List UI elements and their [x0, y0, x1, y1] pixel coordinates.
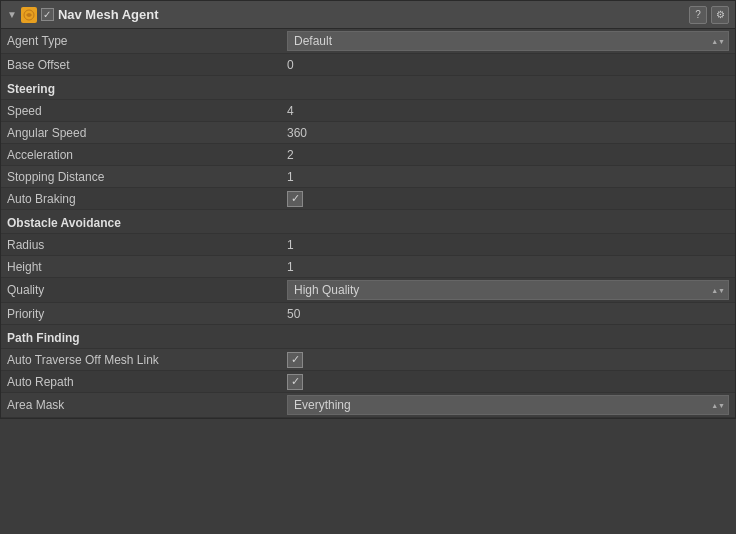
- settings-button[interactable]: ⚙: [711, 6, 729, 24]
- priority-label: Priority: [7, 307, 287, 321]
- angular-speed-row: Angular Speed 360: [1, 122, 735, 144]
- stopping-distance-value[interactable]: 1: [287, 170, 729, 184]
- radius-label: Radius: [7, 238, 287, 252]
- agent-type-label: Agent Type: [7, 34, 287, 48]
- agent-type-row: Agent Type Default: [1, 29, 735, 54]
- speed-label: Speed: [7, 104, 287, 118]
- auto-braking-row: Auto Braking: [1, 188, 735, 210]
- quality-dropdown-wrapper: High Quality Low Quality Medium Quality …: [287, 280, 729, 300]
- height-value[interactable]: 1: [287, 260, 729, 274]
- angular-speed-label: Angular Speed: [7, 126, 287, 140]
- acceleration-label: Acceleration: [7, 148, 287, 162]
- quality-label: Quality: [7, 283, 287, 297]
- speed-row: Speed 4: [1, 100, 735, 122]
- auto-braking-label: Auto Braking: [7, 192, 287, 206]
- auto-repath-value: [287, 374, 729, 390]
- component-icon: [21, 7, 37, 23]
- auto-repath-label: Auto Repath: [7, 375, 287, 389]
- height-row: Height 1: [1, 256, 735, 278]
- component-header: ▼ Nav Mesh Agent ? ⚙: [1, 1, 735, 29]
- stopping-distance-row: Stopping Distance 1: [1, 166, 735, 188]
- component-enabled-checkbox[interactable]: [41, 8, 54, 21]
- nav-mesh-agent-panel: ▼ Nav Mesh Agent ? ⚙ Agent Type Default: [0, 0, 736, 419]
- area-mask-dropdown-wrapper: Everything Nothing Walkable Not Walkable…: [287, 395, 729, 415]
- auto-traverse-label: Auto Traverse Off Mesh Link: [7, 353, 287, 367]
- obstacle-avoidance-section-header: Obstacle Avoidance: [1, 210, 735, 234]
- header-icons: ▼: [7, 7, 54, 23]
- area-mask-label: Area Mask: [7, 398, 287, 412]
- acceleration-row: Acceleration 2: [1, 144, 735, 166]
- priority-value[interactable]: 50: [287, 307, 729, 321]
- radius-row: Radius 1: [1, 234, 735, 256]
- auto-braking-checkbox[interactable]: [287, 191, 303, 207]
- component-content: Agent Type Default Base Offset 0 Steerin…: [1, 29, 735, 418]
- area-mask-row: Area Mask Everything Nothing Walkable No…: [1, 393, 735, 418]
- quality-dropdown[interactable]: High Quality Low Quality Medium Quality …: [287, 280, 729, 300]
- steering-section-header: Steering: [1, 76, 735, 100]
- collapse-arrow-icon[interactable]: ▼: [7, 9, 17, 20]
- component-title: Nav Mesh Agent: [58, 7, 689, 22]
- stopping-distance-label: Stopping Distance: [7, 170, 287, 184]
- auto-traverse-row: Auto Traverse Off Mesh Link: [1, 349, 735, 371]
- path-finding-section-header: Path Finding: [1, 325, 735, 349]
- header-actions: ? ⚙: [689, 6, 729, 24]
- radius-value[interactable]: 1: [287, 238, 729, 252]
- speed-value[interactable]: 4: [287, 104, 729, 118]
- auto-traverse-value: [287, 352, 729, 368]
- base-offset-row: Base Offset 0: [1, 54, 735, 76]
- auto-traverse-checkbox[interactable]: [287, 352, 303, 368]
- acceleration-value[interactable]: 2: [287, 148, 729, 162]
- auto-repath-checkbox[interactable]: [287, 374, 303, 390]
- auto-repath-row: Auto Repath: [1, 371, 735, 393]
- area-mask-dropdown[interactable]: Everything Nothing Walkable Not Walkable…: [287, 395, 729, 415]
- agent-type-dropdown-wrapper: Default: [287, 31, 729, 51]
- quality-row: Quality High Quality Low Quality Medium …: [1, 278, 735, 303]
- angular-speed-value[interactable]: 360: [287, 126, 729, 140]
- priority-row: Priority 50: [1, 303, 735, 325]
- height-label: Height: [7, 260, 287, 274]
- agent-type-dropdown[interactable]: Default: [287, 31, 729, 51]
- auto-braking-value: [287, 191, 729, 207]
- help-button[interactable]: ?: [689, 6, 707, 24]
- base-offset-value[interactable]: 0: [287, 58, 729, 72]
- base-offset-label: Base Offset: [7, 58, 287, 72]
